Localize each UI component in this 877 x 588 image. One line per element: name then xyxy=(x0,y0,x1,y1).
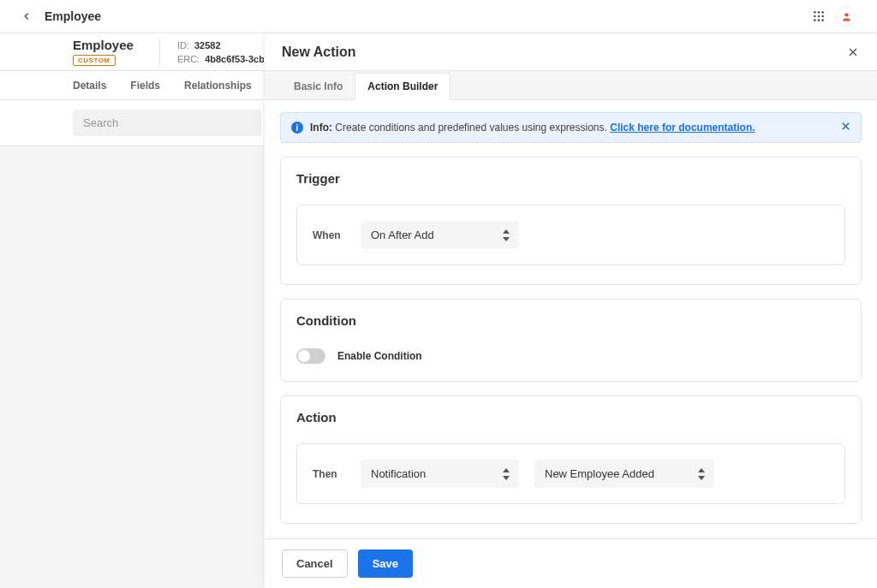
action-card: Action Then Notification New Employee Ad… xyxy=(280,395,862,524)
condition-card: Condition Enable Condition xyxy=(280,299,862,382)
tab-fields[interactable]: Fields xyxy=(130,80,160,92)
svg-point-0 xyxy=(814,11,816,14)
action-type-select[interactable]: Notification xyxy=(361,460,519,488)
svg-marker-17 xyxy=(503,476,510,480)
svg-point-3 xyxy=(814,15,816,18)
breadcrumb: Employee xyxy=(45,9,101,23)
svg-marker-14 xyxy=(503,229,510,234)
tab-relationships[interactable]: Relationships xyxy=(184,80,252,92)
svg-point-5 xyxy=(821,15,824,18)
action-type-value: Notification xyxy=(371,467,426,480)
panel-header: New Action xyxy=(265,33,877,71)
svg-marker-19 xyxy=(698,476,705,480)
avatar[interactable] xyxy=(836,6,856,27)
condition-toggle-row: Enable Condition xyxy=(281,342,861,381)
panel-tabs: Basic Info Action Builder xyxy=(265,71,877,100)
svg-marker-18 xyxy=(698,468,705,472)
trigger-card: Trigger When On After Add xyxy=(280,157,862,285)
info-link[interactable]: Click here for documentation. xyxy=(610,122,755,134)
when-select[interactable]: On After Add xyxy=(361,221,519,249)
action-template-select[interactable]: New Employee Added xyxy=(534,460,714,488)
search-input[interactable] xyxy=(73,110,261,136)
cancel-button[interactable]: Cancel xyxy=(282,549,348,578)
panel-body: i Info: Create conditions and predefined… xyxy=(265,100,877,538)
id-value: 32582 xyxy=(194,40,221,50)
svg-marker-16 xyxy=(503,468,510,472)
action-title: Action xyxy=(281,396,861,438)
svg-point-9 xyxy=(844,13,848,16)
apps-icon[interactable] xyxy=(812,9,826,23)
id-label: ID: xyxy=(177,40,189,50)
condition-title: Condition xyxy=(281,300,861,342)
tab-details[interactable]: Details xyxy=(73,80,106,92)
action-panel: New Action Basic Info Action Builder i I… xyxy=(264,33,877,588)
svg-point-6 xyxy=(814,19,816,21)
info-text: Create conditions and predefined values … xyxy=(335,122,607,134)
enable-condition-toggle[interactable] xyxy=(296,348,325,364)
back-icon[interactable] xyxy=(21,10,33,22)
close-icon[interactable] xyxy=(846,45,860,59)
when-label: When xyxy=(313,229,345,241)
svg-marker-15 xyxy=(503,237,510,241)
entity-block: Employee CUSTOM xyxy=(73,38,134,66)
svg-point-8 xyxy=(821,19,824,21)
custom-badge: CUSTOM xyxy=(73,55,116,66)
info-label: Info: xyxy=(310,122,332,134)
header-right xyxy=(812,6,856,27)
toggle-knob xyxy=(298,350,310,362)
panel-footer: Cancel Save xyxy=(265,538,877,588)
chevron-updown-icon xyxy=(502,229,510,241)
header-left: Employee xyxy=(21,9,101,23)
trigger-title: Trigger xyxy=(281,157,861,199)
chevron-updown-icon xyxy=(697,468,706,480)
action-template-value: New Employee Added xyxy=(545,467,654,480)
erc-label: ERC: xyxy=(177,54,200,64)
then-label: Then xyxy=(313,468,345,480)
when-value: On After Add xyxy=(371,229,434,241)
entity-name: Employee xyxy=(73,38,134,52)
tab-action-builder[interactable]: Action Builder xyxy=(355,73,450,100)
svg-point-1 xyxy=(818,11,820,14)
action-inner: Then Notification New Employee Added xyxy=(296,443,845,504)
save-button[interactable]: Save xyxy=(358,549,413,578)
info-banner: i Info: Create conditions and predefined… xyxy=(280,112,862,143)
info-close-icon[interactable] xyxy=(839,120,852,133)
enable-condition-label: Enable Condition xyxy=(337,350,422,362)
svg-point-4 xyxy=(818,15,820,18)
top-header: Employee xyxy=(0,0,877,33)
chevron-updown-icon xyxy=(502,468,510,480)
panel-title: New Action xyxy=(282,45,356,60)
svg-point-2 xyxy=(821,11,824,14)
svg-point-7 xyxy=(818,19,820,21)
info-icon: i xyxy=(291,122,303,134)
tab-basic-info[interactable]: Basic Info xyxy=(282,74,355,99)
trigger-inner: When On After Add xyxy=(296,205,845,265)
